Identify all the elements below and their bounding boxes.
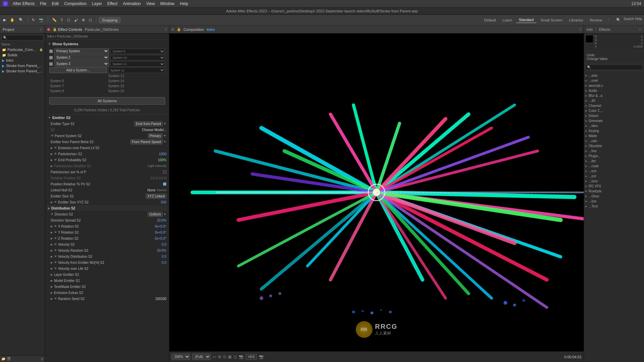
comp-grid-btn[interactable]: ⊞ — [218, 355, 221, 359]
vel-emitter-arrow[interactable]: ▶ — [51, 261, 53, 264]
menu-edit[interactable]: Edit — [49, 1, 61, 6]
effect-panel-menu[interactable]: ☰ — [164, 28, 167, 31]
emitter-type-value[interactable]: Emit from Parent — [134, 121, 163, 126]
emit-prob-vis[interactable]: 👁 — [54, 158, 58, 162]
particles-sec-arrow[interactable]: ▶ — [51, 153, 53, 156]
vel-from-emitter-value[interactable]: 0.0 — [140, 261, 166, 264]
emission-extras-arrow[interactable]: ▶ — [51, 291, 53, 294]
comp-close-btn[interactable] — [171, 28, 174, 31]
workspace-small-screen[interactable]: Small Screen — [538, 17, 565, 23]
project-menu-icon[interactable]: ☰ — [40, 28, 42, 31]
effect-cat-distort[interactable]: ▶ Distort — [585, 113, 643, 118]
workspace-libraries[interactable]: Libraries — [567, 17, 586, 23]
comp-name-tab[interactable]: Intro — [207, 27, 215, 32]
emitter-xyz-vis[interactable]: 👁 — [54, 200, 58, 204]
direction-row[interactable]: 👁 Direction S2 Uniform ▼ — [47, 211, 168, 217]
search-btn[interactable]: 🔍 — [615, 17, 622, 23]
emitter-xyz-value[interactable]: 500 — [140, 200, 166, 204]
new-folder-btn[interactable]: 📁 — [1, 357, 5, 361]
effect-cat-matte[interactable]: ▶ Matte — [585, 133, 643, 138]
toolbar-brush-tool[interactable]: 🖌 — [73, 17, 79, 23]
velocity-row[interactable]: ▶ 👁 Velocity S2 0.0 — [47, 241, 168, 247]
effect-cat-blur[interactable]: ▶ Blur &...a — [585, 93, 643, 98]
relative-pos-row[interactable]: Relative Position S2 0.0,0.0,0.0 — [47, 175, 168, 181]
particles-sec-value[interactable]: 1000 — [140, 152, 166, 156]
emission-extras-row[interactable]: ▶ Emission Extras S2 — [47, 290, 168, 296]
layer-emitter-arrow[interactable]: ▶ — [51, 273, 53, 276]
emit-prob-arrow[interactable]: ▶ — [51, 159, 53, 162]
menu-composition[interactable]: Composition — [61, 1, 89, 6]
system-12-select[interactable]: System 12 — [108, 67, 165, 73]
vel-emitter-vis[interactable]: 👁 — [54, 261, 58, 264]
y-rot-vis[interactable]: 👁 — [54, 231, 58, 234]
effect-cat-plugin[interactable]: ▶ Plugin... — [585, 154, 643, 159]
effect-cat-obsolete[interactable]: ▶ Obsolete — [585, 143, 643, 148]
emission-over-parent-row[interactable]: ▶ 👁 Emission over Parent Lif S2 — [47, 145, 168, 151]
effect-cat-lize[interactable]: ▶ ...lize — [585, 199, 643, 204]
x-rot-arrow[interactable]: ▶ — [51, 225, 53, 228]
effect-cat-glow[interactable]: ▶ ...Glow — [585, 194, 643, 199]
effect-cat-sets[interactable]: ▶ ...sets — [585, 73, 643, 78]
from-parent-dropdown[interactable]: From Parent Speed ▼ — [130, 139, 166, 144]
particles-modifier-row[interactable]: ▶ Particles/sec Modifier S2 Light Intens… — [47, 163, 168, 169]
direction-spread-row[interactable]: Direction Spread S2 20.0% — [47, 217, 168, 223]
effect-cat-generate[interactable]: ▶ Generate — [585, 118, 643, 123]
workspace-more[interactable]: » — [606, 17, 611, 23]
system-10-select[interactable]: System 10 — [110, 55, 165, 60]
effect-cat-ideo[interactable]: ▶ ...ideo — [585, 123, 643, 128]
effect-cat-nnel[interactable]: ▶ ...nnel — [585, 78, 643, 83]
z-rot-vis[interactable]: 👁 — [54, 237, 58, 240]
emission-vis-icon[interactable]: 👁 — [54, 146, 58, 149]
y-rotation-value[interactable]: 0x+0.0° — [140, 231, 166, 234]
distribution-arrow[interactable]: ▶ — [48, 207, 50, 210]
vel-life-arrow[interactable]: ▶ — [51, 267, 53, 270]
effect-cat-tort[interactable]: ▶ ...tort — [585, 169, 643, 174]
random-seed-value[interactable]: 100100 — [140, 297, 166, 301]
text-mask-emitter-row[interactable]: ▶ Text/Mask Emitter S2 — [47, 284, 168, 290]
pos-relative-pri-row[interactable]: Position Relative To Pri S2 — [47, 181, 168, 187]
menu-window[interactable]: Window — [158, 1, 177, 6]
toolbar-stamp-tool[interactable]: ⊕ — [80, 17, 86, 23]
from-parent-row[interactable]: Emitter from Parent Beha S2 From Parent … — [47, 139, 168, 145]
particles-sec-row[interactable]: ▶ 👁 Particles/sec S2 1000 — [47, 151, 168, 157]
close-btn[interactable] — [47, 28, 50, 31]
menu-layer[interactable]: Layer — [89, 1, 105, 6]
emitter-size-value[interactable]: XYZ Linked — [146, 194, 166, 199]
emitter-type-dropdown[interactable]: Emit from Parent ▼ — [134, 121, 166, 126]
x-rotation-row[interactable]: ▶ 👁 X Rotation S2 0x+0.0° — [47, 223, 168, 229]
effect-cat-keying[interactable]: ▶ Keying — [585, 128, 643, 133]
undo-label[interactable]: Undo — [587, 53, 641, 57]
z-rotation-row[interactable]: ▶ 👁 Z Rotation S2 0x+0.0° — [47, 235, 168, 241]
system-2-vis[interactable] — [49, 56, 53, 59]
effect-cat-channel[interactable]: ▶ Channel — [585, 103, 643, 108]
new-comp-btn[interactable]: 🎬 — [7, 357, 11, 361]
vel-dist-vis[interactable]: 👁 — [54, 255, 58, 258]
system-3-vis[interactable] — [49, 62, 53, 66]
delete-btn[interactable]: 🗑 — [41, 357, 44, 361]
right-panel-menu[interactable]: ☰ — [639, 28, 641, 31]
menu-aftereffects[interactable]: After Effects — [10, 1, 37, 6]
effects-search-input[interactable] — [585, 64, 643, 70]
particles-pct-row[interactable]: Particles/sec are % of P — [47, 169, 168, 175]
particles-sec-vis[interactable]: 👁 — [54, 152, 58, 156]
toolbar-hand-tool[interactable]: ✋ — [9, 17, 16, 23]
layer-emitter-row[interactable]: ▶ Layer Emitter S2 — [47, 272, 168, 278]
show-systems-header[interactable]: ▼ Show Systems — [47, 41, 168, 47]
system-9-select[interactable]: System 9 — [110, 49, 165, 54]
all-systems-btn[interactable]: All Systems — [49, 97, 165, 105]
distribution-row[interactable]: ▶ Distribution S2 — [47, 205, 168, 211]
comp-camera-btn[interactable]: 📷 — [239, 355, 244, 359]
project-item-stroke-setup[interactable]: ▶ Stroke from Parent_Set — [0, 63, 45, 68]
toolbar-shape-tool[interactable]: ◻ — [66, 17, 71, 23]
emit-prob-value[interactable]: 100% — [140, 158, 166, 162]
particles-pct-checkbox[interactable] — [163, 170, 166, 174]
toolbar-select-tool[interactable]: ▶ — [2, 17, 7, 23]
effect-cat-code[interactable]: ▶ ...code — [585, 164, 643, 169]
right-tab-effects[interactable]: Effects — [599, 27, 610, 32]
emit-prob-row[interactable]: ▶ 👁 Emit Probability S2 100% — [47, 157, 168, 163]
comp-canvas[interactable]: RR RRCG 人人素材 — [169, 34, 584, 351]
toolbar-rotate-tool[interactable]: ↻ — [31, 17, 36, 23]
system-primary-vis[interactable] — [49, 50, 53, 53]
vel-from-emitter-row[interactable]: ▶ 👁 Velocity from Emitter Mo[%] S2 0.0 — [47, 259, 168, 265]
linked-null-row[interactable]: Linked Null S2 None Source — [47, 187, 168, 193]
